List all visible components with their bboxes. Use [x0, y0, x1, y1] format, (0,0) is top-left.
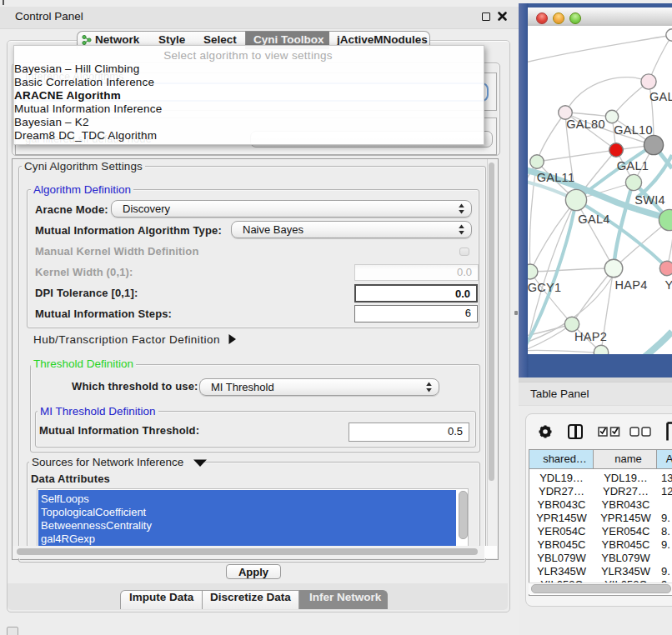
- svg-text:GAL4: GAL4: [578, 212, 609, 226]
- svg-text:GAL80: GAL80: [566, 118, 605, 131]
- svg-text:GCY1: GCY1: [528, 281, 561, 294]
- svg-text:HAP4: HAP4: [614, 278, 647, 292]
- svg-text:GAL8: GAL8: [649, 90, 672, 103]
- svg-text:GAL1: GAL1: [617, 159, 649, 172]
- svg-text:SWI4: SWI4: [634, 193, 665, 207]
- svg-text:Y: Y: [665, 278, 672, 292]
- svg-text:GAL10: GAL10: [614, 123, 653, 137]
- svg-text:GAL11: GAL11: [537, 171, 575, 184]
- svg-text:HAP2: HAP2: [574, 330, 607, 343]
